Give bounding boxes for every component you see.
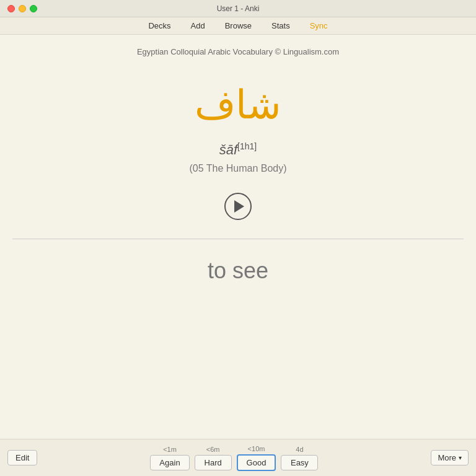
traffic-lights: [7, 5, 37, 12]
good-time: <10m: [248, 445, 265, 452]
arabic-word: شاف: [195, 81, 281, 129]
menu-bar: Decks Add Browse Stats Sync: [0, 17, 476, 35]
easy-button[interactable]: Easy: [281, 455, 318, 470]
menu-sync[interactable]: Sync: [307, 20, 330, 32]
translation: to see: [208, 258, 268, 284]
divider: [12, 239, 464, 239]
more-arrow-icon: ▾: [459, 454, 462, 461]
bottom-right: More ▾: [431, 450, 469, 465]
copyright: Egyptian Colloquial Arabic Vocabulary © …: [137, 47, 339, 56]
good-button[interactable]: Good: [237, 454, 276, 471]
menu-decks[interactable]: Decks: [146, 20, 173, 32]
easy-time: 4d: [296, 446, 303, 453]
hard-group: <6m Hard: [195, 446, 232, 470]
more-label: More: [438, 453, 456, 462]
again-button[interactable]: Again: [150, 455, 189, 470]
play-button[interactable]: [224, 193, 252, 220]
hard-button[interactable]: Hard: [195, 455, 232, 470]
menu-stats[interactable]: Stats: [269, 20, 293, 32]
maximize-button[interactable]: [30, 5, 37, 12]
again-time: <1m: [163, 446, 177, 453]
easy-group: 4d Easy: [281, 446, 318, 470]
transliteration: šāf[1h1]: [219, 141, 257, 158]
menu-browse[interactable]: Browse: [223, 20, 254, 32]
menu-add[interactable]: Add: [188, 20, 208, 32]
hard-time: <6m: [206, 446, 220, 453]
transliteration-suffix: [1h1]: [237, 141, 257, 151]
category: (05 The Human Body): [189, 163, 286, 174]
title-bar: User 1 - Anki: [0, 0, 476, 17]
good-group: <10m Good: [237, 445, 276, 471]
again-group: <1m Again: [150, 446, 189, 470]
play-icon: [234, 200, 244, 213]
close-button[interactable]: [7, 5, 15, 12]
transliteration-text: šāf: [219, 142, 237, 157]
answer-buttons: <1m Again <6m Hard <10m Good 4d Easy: [37, 445, 431, 471]
minimize-button[interactable]: [19, 5, 26, 12]
more-button[interactable]: More ▾: [431, 450, 469, 465]
bottom-left: Edit: [7, 450, 37, 465]
edit-button[interactable]: Edit: [7, 450, 37, 465]
bottom-bar: Edit <1m Again <6m Hard <10m Good 4d Eas…: [0, 439, 476, 476]
window-title: User 1 - Anki: [217, 4, 260, 13]
main-content: Egyptian Colloquial Arabic Vocabulary © …: [0, 35, 476, 439]
